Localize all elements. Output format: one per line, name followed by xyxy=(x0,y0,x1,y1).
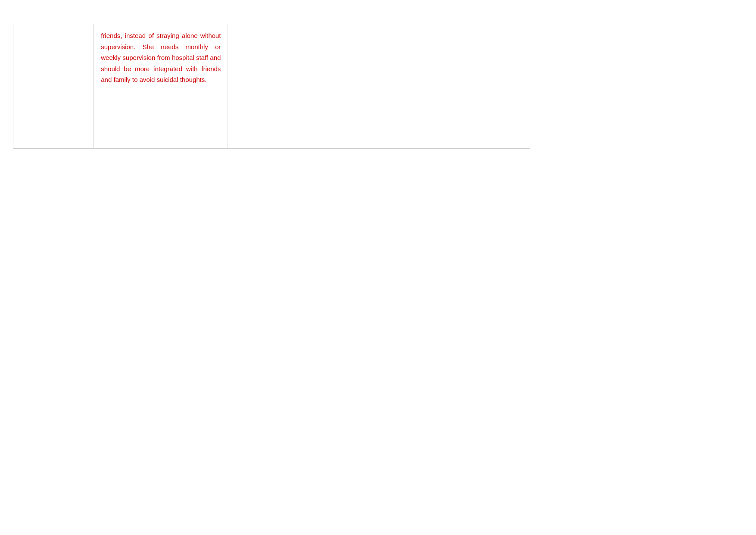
left-cell xyxy=(13,24,94,149)
table-area: friends, instead of straying alone witho… xyxy=(13,24,530,149)
page-container: friends, instead of straying alone witho… xyxy=(0,0,756,535)
cell-text: friends, instead of straying alone witho… xyxy=(101,30,221,85)
middle-cell: friends, instead of straying alone witho… xyxy=(94,24,228,149)
right-cell xyxy=(228,24,530,149)
